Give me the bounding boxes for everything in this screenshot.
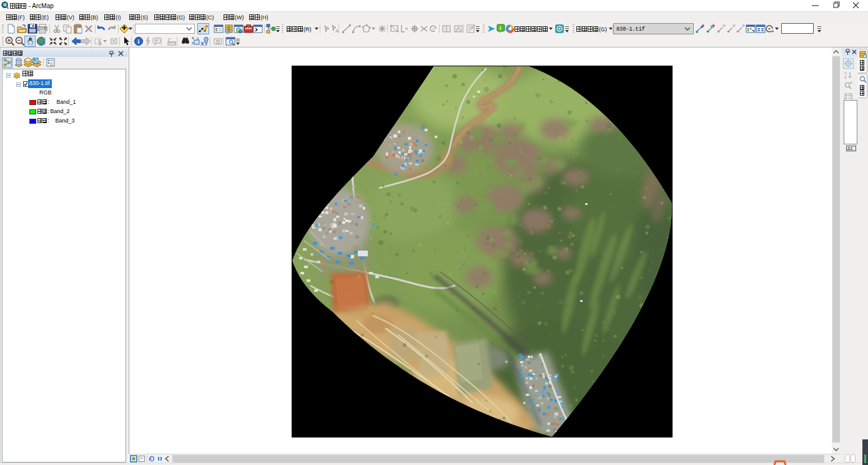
svg-text:i: i (138, 38, 140, 45)
svg-text:?: ? (432, 28, 435, 32)
svg-text:i: i (500, 25, 501, 31)
svg-text:Z: Z (844, 76, 847, 79)
svg-text:Δ1: Δ1 (847, 146, 853, 151)
svg-text:A: A (844, 71, 847, 75)
svg-text:XY: XY (200, 41, 208, 46)
